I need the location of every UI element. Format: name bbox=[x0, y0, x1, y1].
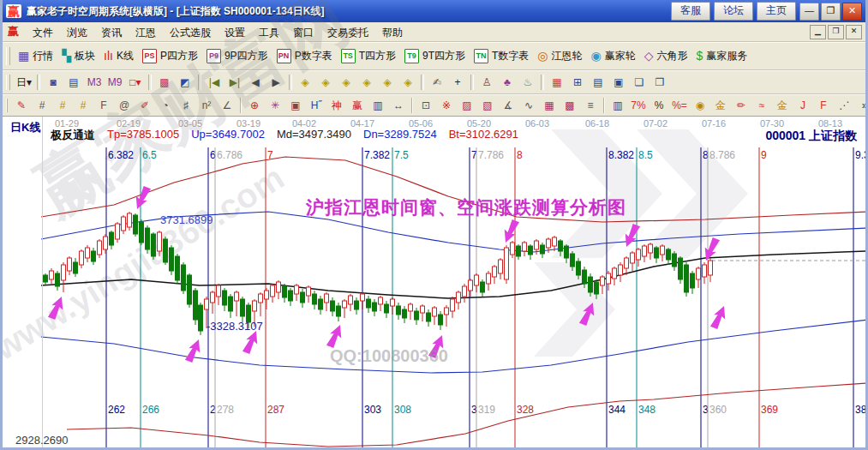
p-number-table-button[interactable]: PNP数字表 bbox=[272, 47, 337, 65]
kline-chart-area[interactable]: 赢家财富网 www.yingjia360.com 01-2902-1903-05… bbox=[3, 116, 865, 447]
star-target-icon[interactable]: ✳ bbox=[265, 96, 285, 115]
candle-dropdown[interactable]: □▾ bbox=[125, 73, 146, 92]
j-line-icon[interactable]: J bbox=[793, 96, 813, 115]
menu-item-工具[interactable]: 工具 bbox=[252, 25, 286, 40]
print-icon[interactable]: ❐ bbox=[650, 73, 670, 92]
menu-item-浏览[interactable]: 浏览 bbox=[60, 25, 94, 40]
box2-icon[interactable]: ⊡ bbox=[416, 96, 436, 115]
shen-icon[interactable]: 神 bbox=[326, 96, 347, 115]
minimize-button[interactable]: — bbox=[799, 3, 819, 21]
p-square-button[interactable]: PSP四方形 bbox=[138, 47, 202, 65]
flag-brush-icon[interactable]: ✐ bbox=[135, 96, 155, 115]
map-icon[interactable]: ◙ bbox=[43, 73, 63, 92]
festival-icon[interactable]: ♣ bbox=[497, 73, 518, 92]
chart9-icon[interactable]: M9 bbox=[105, 73, 125, 92]
percent-icon[interactable]: % bbox=[649, 96, 669, 115]
calendar-icon[interactable]: ▦ bbox=[547, 73, 567, 92]
calculator-icon[interactable]: ⊞ bbox=[567, 73, 588, 92]
flag-chart-icon[interactable]: ◩ bbox=[175, 73, 195, 92]
nav-diamond-all[interactable]: ◈ bbox=[398, 73, 418, 92]
hexagon-button[interactable]: ◇六角形 bbox=[640, 47, 692, 65]
chart3-icon[interactable]: M3 bbox=[84, 73, 105, 92]
save-icon[interactable]: ▣ bbox=[608, 73, 629, 92]
first-bar-button[interactable]: |◀ bbox=[204, 73, 224, 92]
t-square-button[interactable]: TST四方形 bbox=[337, 47, 400, 65]
maximize-button[interactable]: ❐ bbox=[821, 3, 841, 21]
last-bar-button[interactable]: ▶| bbox=[224, 73, 245, 92]
menu-item-窗口[interactable]: 窗口 bbox=[286, 25, 320, 40]
gold-circle-icon[interactable]: ◉ bbox=[690, 96, 710, 115]
box-target-icon[interactable]: ▣ bbox=[285, 96, 306, 115]
basket-icon[interactable]: ♨ bbox=[518, 73, 538, 92]
brush-icon[interactable]: ✎ bbox=[11, 96, 32, 115]
menu-item-江恩[interactable]: 江恩 bbox=[129, 25, 163, 40]
person-icon[interactable]: ♙ bbox=[476, 73, 497, 92]
clock-icon[interactable]: ◔ bbox=[155, 96, 176, 115]
nav-diamond-up[interactable]: ◈ bbox=[336, 73, 356, 92]
ruler-icon[interactable]: ▥ bbox=[368, 96, 388, 115]
nav-diamond-right[interactable]: ◈ bbox=[315, 73, 336, 92]
9p-square-button[interactable]: P99P四方形 bbox=[202, 47, 272, 65]
candle-style-dropdown[interactable]: 日▾ bbox=[14, 73, 34, 92]
9t-square-button[interactable]: T99T四方形 bbox=[400, 47, 470, 65]
n2-icon[interactable]: n² bbox=[196, 96, 217, 115]
ying-icon[interactable]: 赢 bbox=[347, 96, 368, 115]
gift-icon[interactable]: ▩ bbox=[154, 73, 175, 92]
percent7-icon[interactable]: 7% bbox=[628, 96, 649, 115]
copy-icon[interactable]: ❏ bbox=[629, 73, 650, 92]
hand-icon[interactable]: ✍ bbox=[427, 73, 447, 92]
notebook-icon[interactable]: ▤ bbox=[588, 73, 608, 92]
width-icon[interactable]: ↔ bbox=[388, 96, 409, 115]
kline-button[interactable]: ılıK线 bbox=[99, 47, 138, 65]
gold-grid-icon[interactable]: # bbox=[52, 96, 73, 115]
winner-service-button[interactable]: $赢家服务 bbox=[692, 47, 752, 65]
h-marks-icon[interactable]: Η˝ bbox=[306, 96, 326, 115]
angle2-icon[interactable]: ∡ bbox=[498, 96, 518, 115]
quotes-button[interactable]: ▦行情 bbox=[14, 47, 57, 65]
gann-wheel-button[interactable]: ◎江恩轮 bbox=[533, 47, 586, 65]
f-grid-icon[interactable]: F bbox=[93, 96, 114, 115]
hatch-icon[interactable]: ≡ bbox=[580, 96, 601, 115]
mdi-minimize-button[interactable]: ▁ bbox=[810, 25, 826, 39]
homepage-button[interactable]: 主页 bbox=[757, 2, 796, 21]
slope-icon[interactable]: ⋰ bbox=[834, 96, 854, 115]
menu-item-交易委托[interactable]: 交易委托 bbox=[320, 25, 375, 40]
sectors-button[interactable]: ▚板块 bbox=[57, 47, 99, 65]
forum-button[interactable]: 论坛 bbox=[714, 2, 753, 21]
next-bar-button[interactable]: ▶ bbox=[266, 73, 286, 92]
grid3-icon[interactable]: ▩ bbox=[560, 96, 580, 115]
mdi-close-button[interactable]: ✕ bbox=[846, 25, 862, 39]
shade-icon[interactable]: ▨ bbox=[457, 96, 477, 115]
angle-icon[interactable]: ∠ bbox=[217, 96, 237, 115]
gold-line-icon[interactable]: 金 bbox=[710, 96, 731, 115]
wave2-icon[interactable]: ≈ bbox=[751, 96, 772, 115]
shade2-icon[interactable]: ▧ bbox=[477, 96, 498, 115]
fence-icon[interactable]: ♯ bbox=[176, 96, 196, 115]
crosshair-icon[interactable]: + bbox=[447, 73, 468, 92]
menu-item-设置[interactable]: 设置 bbox=[218, 25, 252, 40]
column-icon[interactable]: ▥ bbox=[608, 96, 628, 115]
gold2-icon[interactable]: 金 bbox=[772, 96, 793, 115]
gann-target-icon[interactable]: ⊕ bbox=[244, 96, 265, 115]
prev-bar-button[interactable]: ◀ bbox=[245, 73, 266, 92]
nav-diamond-expand[interactable]: ◈ bbox=[356, 73, 377, 92]
customer-service-button[interactable]: 客服 bbox=[671, 2, 710, 21]
report-icon[interactable]: ▤ bbox=[63, 73, 84, 92]
spiral-icon[interactable]: @ bbox=[114, 96, 135, 115]
menu-item-公式选股[interactable]: 公式选股 bbox=[163, 25, 218, 40]
close-button[interactable]: ✕ bbox=[842, 3, 862, 21]
grid2-icon[interactable]: ▦ bbox=[539, 96, 560, 115]
menu-item-资讯[interactable]: 资讯 bbox=[94, 25, 129, 40]
pen2-icon[interactable]: ✏ bbox=[731, 96, 751, 115]
winner-wheel-button[interactable]: ◉赢家轮 bbox=[587, 47, 640, 65]
f-line-icon[interactable]: F bbox=[813, 96, 834, 115]
menu-item-帮助[interactable]: 帮助 bbox=[375, 25, 410, 40]
nav-diamond-left[interactable]: ◈ bbox=[295, 73, 315, 92]
t-number-table-button[interactable]: TNT数字表 bbox=[470, 47, 533, 65]
more-chevron[interactable]: » bbox=[854, 96, 868, 115]
rays-icon[interactable]: ※ bbox=[436, 96, 457, 115]
mdi-restore-button[interactable]: ❐ bbox=[828, 25, 844, 39]
grid-icon[interactable]: # bbox=[32, 96, 52, 115]
percent-line-icon[interactable]: %= bbox=[669, 96, 690, 115]
gold-grid2-icon[interactable]: # bbox=[73, 96, 93, 115]
